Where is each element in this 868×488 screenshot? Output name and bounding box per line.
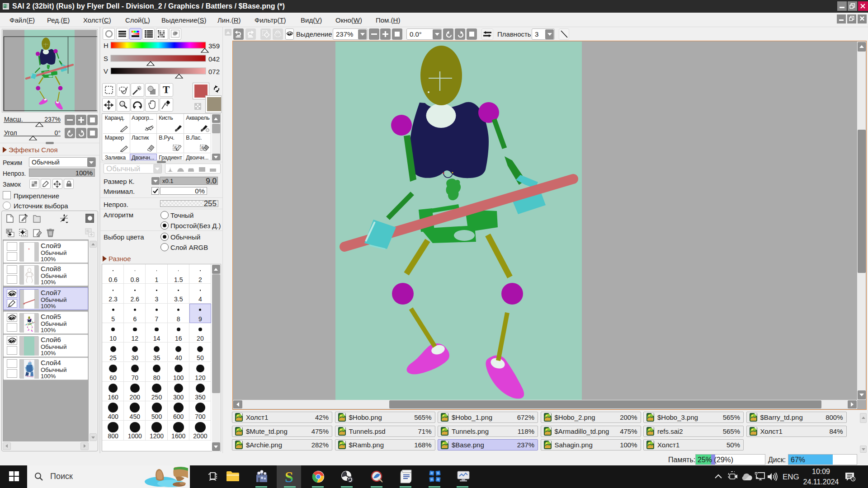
svg-text:S: S bbox=[285, 469, 293, 485]
